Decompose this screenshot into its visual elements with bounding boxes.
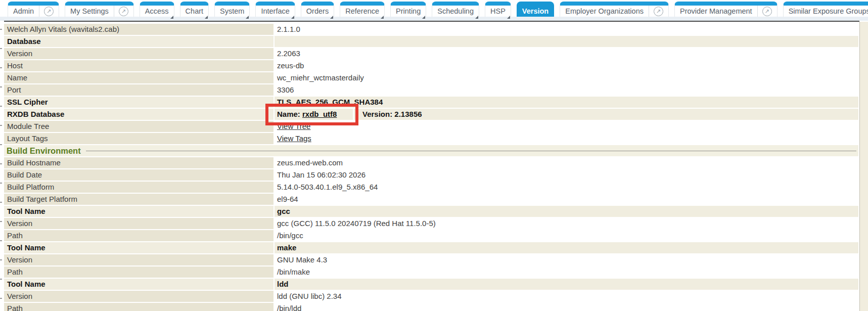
tab-divider	[114, 6, 114, 17]
table-row: Versiongcc (GCC) 11.5.0 20240719 (Red Ha…	[4, 218, 858, 229]
table-row: Build Target Platformel9-64	[4, 194, 858, 205]
tab-label: System	[220, 7, 244, 15]
highlight-annotation-box	[265, 104, 358, 125]
dropdown-indicator-icon	[170, 16, 173, 19]
tab-version[interactable]: Version	[517, 2, 554, 17]
top-tab-bar: Admin↗My Settings↗AccessChartSystemInter…	[0, 0, 868, 22]
left-gutter	[0, 22, 4, 311]
row-label: Build Platform	[4, 182, 275, 193]
row-value: /bin/gcc	[275, 230, 858, 241]
tab-scheduling[interactable]: Scheduling	[432, 2, 479, 17]
tab-label: Interface	[261, 7, 289, 15]
row-value: ldd	[275, 279, 858, 290]
popout-icon[interactable]: ↗	[762, 7, 772, 16]
row-label: Layout Tags	[4, 133, 275, 144]
row-value: 5.14.0-503.40.1.el9_5.x86_64	[275, 182, 858, 193]
dropdown-indicator-icon	[507, 16, 510, 19]
table-row: Namewc_miehr_wctmasterdaily	[4, 72, 858, 83]
table-row: Hostzeus-db	[4, 60, 858, 71]
row-label: Tool Name	[4, 242, 275, 253]
tab-system[interactable]: System	[214, 2, 250, 17]
table-row: Tool Nameldd	[4, 279, 858, 290]
section-header-rule	[86, 151, 856, 151]
popout-icon[interactable]: ↗	[44, 7, 54, 16]
row-value: TLS_AES_256_GCM_SHA384	[275, 97, 858, 108]
row-label: Tool Name	[4, 206, 275, 217]
tab-interface[interactable]: Interface	[255, 2, 295, 17]
view-tags-link[interactable]: View Tags	[277, 134, 311, 143]
tab-label: Chart	[186, 7, 203, 15]
row-value: gcc (GCC) 11.5.0 20240719 (Red Hat 11.5.…	[275, 218, 858, 229]
row-label: Welch Allyn Vitals (wavitals2.cab)	[4, 24, 275, 35]
tab-divider	[649, 6, 649, 17]
row-label: Path	[4, 266, 275, 278]
tab-provider-management[interactable]: Provider Management↗	[674, 2, 778, 17]
table-row: Database	[4, 36, 858, 47]
row-value: 3306	[275, 84, 858, 96]
dropdown-indicator-icon	[330, 16, 333, 19]
tab-access[interactable]: Access	[140, 2, 174, 17]
row-label: Path	[4, 230, 275, 241]
section-header-title: Build Environment	[4, 145, 81, 156]
row-label: RXDB Database	[4, 109, 275, 120]
tab-label: Employer Organizations	[565, 7, 644, 15]
tab-label: Provider Management	[680, 7, 752, 15]
row-value: gcc	[275, 206, 858, 217]
table-row: Path/bin/ldd	[4, 303, 858, 311]
table-row: Path/bin/make	[4, 266, 858, 278]
section-header-row: Build Environment	[4, 145, 858, 156]
tab-printing[interactable]: Printing	[390, 2, 426, 17]
row-label: Version	[4, 218, 275, 229]
version-table: Welch Allyn Vitals (wavitals2.cab)2.1.1.…	[4, 24, 858, 311]
table-row: Build Hostnamezeus.med-web.com	[4, 157, 858, 168]
popout-icon[interactable]: ↗	[119, 7, 128, 16]
row-value: View Tags	[275, 133, 858, 144]
row-value: 2.2063	[275, 48, 858, 59]
tab-label: Orders	[306, 7, 329, 15]
row-label: Database	[4, 36, 275, 47]
dropdown-indicator-icon	[205, 16, 208, 19]
tab-my-settings[interactable]: My Settings↗	[65, 2, 134, 17]
row-value: make	[275, 242, 858, 253]
row-value: 2.1.1.0	[275, 24, 858, 35]
dropdown-indicator-icon	[291, 16, 294, 19]
tab-chart[interactable]: Chart	[180, 2, 209, 17]
row-label: Module Tree	[4, 121, 275, 132]
tab-bar: Admin↗My Settings↗AccessChartSystemInter…	[8, 2, 868, 17]
table-row: Path/bin/gcc	[4, 230, 858, 241]
row-value: /bin/ldd	[275, 303, 858, 311]
dropdown-indicator-icon	[422, 16, 425, 19]
tab-hsp[interactable]: HSP	[485, 2, 511, 17]
dropdown-indicator-icon	[381, 16, 384, 19]
page-right-margin	[859, 22, 868, 311]
row-value: zeus.med-web.com	[275, 157, 858, 168]
row-label: Build Date	[4, 169, 275, 181]
row-value: wc_miehr_wctmasterdaily	[275, 72, 858, 83]
row-label: Version	[4, 291, 275, 302]
row-value: GNU Make 4.3	[275, 254, 858, 265]
tab-label: Admin	[13, 7, 34, 15]
rxdb-version-value: Version: 2.13856	[354, 109, 422, 120]
row-label: Name	[4, 72, 275, 83]
tab-employer-organizations[interactable]: Employer Organizations↗	[560, 2, 669, 17]
dropdown-indicator-icon	[246, 16, 249, 19]
tab-similar-exposure-groups-segs[interactable]: Similar Exposure Groups (SEGs)↗	[783, 2, 868, 17]
table-row: Versionldd (GNU libc) 2.34	[4, 291, 858, 302]
tab-label: Printing	[396, 7, 421, 15]
row-label: Build Target Platform	[4, 194, 275, 205]
table-row: Welch Allyn Vitals (wavitals2.cab)2.1.1.…	[4, 24, 858, 35]
row-value: ldd (GNU libc) 2.34	[275, 291, 858, 302]
table-row: Port3306	[4, 84, 858, 96]
row-label: Path	[4, 303, 275, 311]
table-row: Module TreeView Tree	[4, 121, 858, 132]
tab-divider	[757, 6, 758, 17]
tab-label: My Settings	[70, 7, 109, 15]
popout-icon[interactable]: ↗	[654, 7, 663, 16]
tab-reference[interactable]: Reference	[340, 2, 385, 17]
row-value: View Tree	[275, 121, 858, 132]
row-value: Name: rxdb_utf8Version: 2.13856	[275, 109, 858, 120]
tab-admin[interactable]: Admin↗	[8, 2, 59, 17]
table-row: Version2.2063	[4, 48, 858, 59]
tab-label: Reference	[345, 7, 379, 15]
tab-orders[interactable]: Orders	[301, 2, 334, 17]
